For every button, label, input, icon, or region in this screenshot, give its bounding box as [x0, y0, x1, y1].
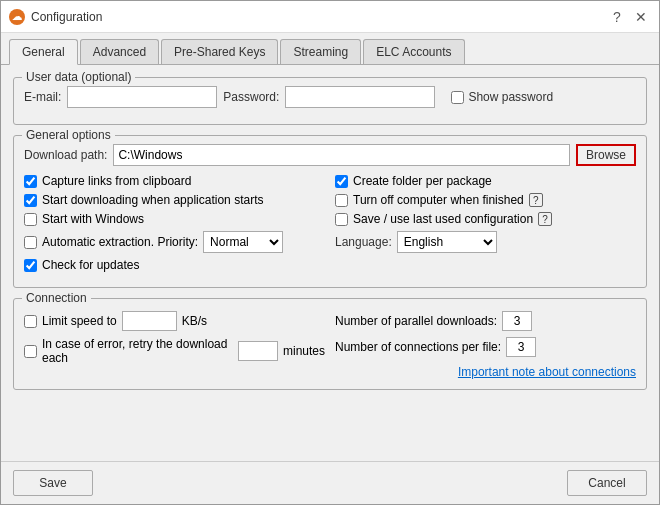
tab-content: User data (optional) E-mail: Password: S…: [1, 65, 659, 461]
capture-links-row[interactable]: Capture links from clipboard: [24, 174, 325, 188]
window-title: Configuration: [31, 10, 102, 24]
password-input[interactable]: [285, 86, 435, 108]
save-config-label: Save / use last used configuration: [353, 212, 533, 226]
check-updates-row[interactable]: Check for updates: [24, 258, 325, 272]
save-config-checkbox-row[interactable]: Save / use last used configuration: [335, 212, 533, 226]
turn-off-checkbox-row[interactable]: Turn off computer when finished: [335, 193, 524, 207]
user-data-form-row: E-mail: Password: Show password: [24, 86, 636, 108]
check-updates-checkbox[interactable]: [24, 259, 37, 272]
retry-checkbox[interactable]: [24, 345, 37, 358]
create-folder-checkbox[interactable]: [335, 175, 348, 188]
important-note-link[interactable]: Important note about connections: [458, 365, 636, 379]
turn-off-label: Turn off computer when finished: [353, 193, 524, 207]
save-config-row: Save / use last used configuration ?: [335, 212, 636, 226]
important-link-container: Important note about connections: [335, 365, 636, 379]
download-path-label: Download path:: [24, 148, 107, 162]
start-downloading-checkbox[interactable]: [24, 194, 37, 207]
parallel-downloads-label: Number of parallel downloads:: [335, 314, 497, 328]
retry-row: In case of error, retry the download eac…: [24, 337, 325, 365]
minutes-label: minutes: [283, 344, 325, 358]
options-left: Capture links from clipboard Start downl…: [24, 174, 325, 277]
tab-bar: General Advanced Pre-Shared Keys Streami…: [1, 33, 659, 65]
show-password-label: Show password: [468, 90, 553, 104]
connections-per-file-input[interactable]: [506, 337, 536, 357]
start-windows-checkbox[interactable]: [24, 213, 37, 226]
connection-right: Number of parallel downloads: Number of …: [335, 311, 636, 379]
connection-grid: Limit speed to KB/s In case of error, re…: [24, 311, 636, 379]
cancel-button[interactable]: Cancel: [567, 470, 647, 496]
user-data-label: User data (optional): [22, 70, 135, 84]
capture-links-label: Capture links from clipboard: [42, 174, 191, 188]
connection-group: Connection Limit speed to KB/s In case o…: [13, 298, 647, 390]
connections-per-file-label: Number of connections per file:: [335, 340, 501, 354]
turn-off-row: Turn off computer when finished ?: [335, 193, 636, 207]
auto-extraction-row: Automatic extraction. Priority: Normal L…: [24, 231, 325, 253]
download-path-input[interactable]: [113, 144, 570, 166]
general-options-label: General options: [22, 128, 115, 142]
title-bar-left: ☁ Configuration: [9, 9, 102, 25]
retry-label: In case of error, retry the download eac…: [42, 337, 233, 365]
limit-speed-row: Limit speed to KB/s: [24, 311, 325, 331]
download-path-row: Download path: Browse: [24, 144, 636, 166]
title-bar: ☁ Configuration ? ✕: [1, 1, 659, 33]
app-icon: ☁: [9, 9, 25, 25]
configuration-dialog: ☁ Configuration ? ✕ General Advanced Pre…: [0, 0, 660, 505]
start-windows-label: Start with Windows: [42, 212, 144, 226]
create-folder-row[interactable]: Create folder per package: [335, 174, 636, 188]
priority-select[interactable]: Normal Low High: [203, 231, 283, 253]
start-windows-row[interactable]: Start with Windows: [24, 212, 325, 226]
tab-advanced[interactable]: Advanced: [80, 39, 159, 64]
limit-speed-checkbox[interactable]: [24, 315, 37, 328]
dialog-footer: Save Cancel: [1, 461, 659, 504]
parallel-downloads-row: Number of parallel downloads:: [335, 311, 636, 331]
retry-input[interactable]: [238, 341, 278, 361]
start-downloading-row[interactable]: Start downloading when application start…: [24, 193, 325, 207]
tab-elc-accounts[interactable]: ELC Accounts: [363, 39, 464, 64]
tab-streaming[interactable]: Streaming: [280, 39, 361, 64]
save-config-checkbox[interactable]: [335, 213, 348, 226]
tab-pre-shared-keys[interactable]: Pre-Shared Keys: [161, 39, 278, 64]
general-options-group: General options Download path: Browse Ca…: [13, 135, 647, 288]
show-password-row: Show password: [451, 90, 553, 104]
show-password-checkbox[interactable]: [451, 91, 464, 104]
create-folder-label: Create folder per package: [353, 174, 492, 188]
start-downloading-label: Start downloading when application start…: [42, 193, 263, 207]
capture-links-checkbox[interactable]: [24, 175, 37, 188]
language-select[interactable]: English French German Spanish: [397, 231, 497, 253]
email-label: E-mail:: [24, 90, 61, 104]
turn-off-checkbox[interactable]: [335, 194, 348, 207]
user-data-group: User data (optional) E-mail: Password: S…: [13, 77, 647, 125]
parallel-downloads-input[interactable]: [502, 311, 532, 331]
options-grid: Capture links from clipboard Start downl…: [24, 174, 636, 277]
close-button[interactable]: ✕: [631, 7, 651, 27]
auto-extraction-checkbox[interactable]: [24, 236, 37, 249]
save-config-help-icon[interactable]: ?: [538, 212, 552, 226]
kbs-label: KB/s: [182, 314, 207, 328]
connections-per-file-row: Number of connections per file:: [335, 337, 636, 357]
turn-off-help-icon[interactable]: ?: [529, 193, 543, 207]
options-right: Create folder per package Turn off compu…: [335, 174, 636, 277]
tab-general[interactable]: General: [9, 39, 78, 65]
save-button[interactable]: Save: [13, 470, 93, 496]
connection-group-label: Connection: [22, 291, 91, 305]
title-bar-controls: ? ✕: [607, 7, 651, 27]
connection-left: Limit speed to KB/s In case of error, re…: [24, 311, 325, 379]
limit-speed-label: Limit speed to: [42, 314, 117, 328]
check-updates-label: Check for updates: [42, 258, 139, 272]
password-label: Password:: [223, 90, 279, 104]
language-row: Language: English French German Spanish: [335, 231, 636, 253]
help-button[interactable]: ?: [607, 7, 627, 27]
browse-button[interactable]: Browse: [576, 144, 636, 166]
language-label: Language:: [335, 235, 392, 249]
email-input[interactable]: [67, 86, 217, 108]
auto-extraction-label: Automatic extraction. Priority:: [42, 235, 198, 249]
limit-speed-input[interactable]: [122, 311, 177, 331]
